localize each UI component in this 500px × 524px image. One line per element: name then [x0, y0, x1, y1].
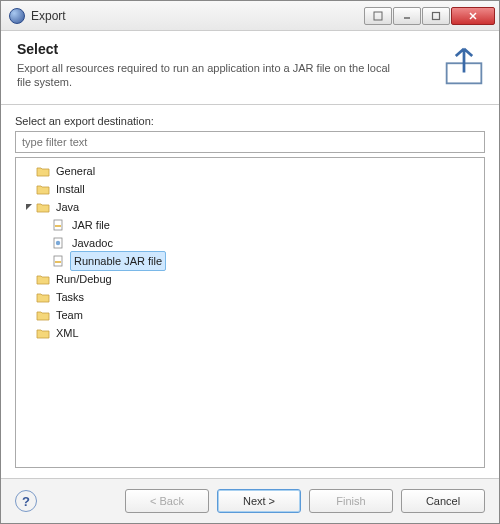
svg-rect-11: [55, 261, 61, 263]
back-button[interactable]: < Back: [125, 489, 209, 513]
tree-item[interactable]: Javadoc: [38, 234, 482, 252]
button-bar: ? < Back Next > Finish Cancel: [1, 478, 499, 523]
tree-item-label: Javadoc: [70, 234, 115, 252]
tree-item[interactable]: Runnable JAR file: [38, 252, 482, 270]
svg-rect-2: [433, 12, 440, 19]
maximize-button[interactable]: [422, 7, 450, 25]
jar-run-icon: [52, 255, 66, 267]
destination-tree[interactable]: GeneralInstallJavaJAR fileJavadocRunnabl…: [15, 157, 485, 468]
tree-item[interactable]: General: [22, 162, 482, 180]
wizard-header: Select Export all resources required to …: [1, 31, 499, 105]
folder-icon: [36, 291, 50, 303]
titlebar: Export: [1, 1, 499, 31]
export-icon: [443, 45, 485, 87]
cancel-button[interactable]: Cancel: [401, 489, 485, 513]
secondary-button[interactable]: [364, 7, 392, 25]
svg-rect-7: [55, 225, 61, 227]
tree-item[interactable]: Install: [22, 180, 482, 198]
minimize-button[interactable]: [393, 7, 421, 25]
jar-icon: [52, 219, 66, 231]
finish-button[interactable]: Finish: [309, 489, 393, 513]
tree-item-label: XML: [54, 324, 81, 342]
folder-icon: [36, 273, 50, 285]
tree-item-label: JAR file: [70, 216, 112, 234]
tree-item-label: Java: [54, 198, 81, 216]
next-button[interactable]: Next >: [217, 489, 301, 513]
tree-item[interactable]: Run/Debug: [22, 270, 482, 288]
chevron-down-icon[interactable]: [24, 202, 34, 212]
tree-item[interactable]: JAR file: [38, 216, 482, 234]
eclipse-icon: [9, 8, 25, 24]
tree-item-label: Runnable JAR file: [70, 251, 166, 271]
filter-input[interactable]: [15, 131, 485, 153]
destination-label: Select an export destination:: [15, 115, 485, 127]
help-button[interactable]: ?: [15, 490, 37, 512]
folder-icon: [36, 327, 50, 339]
tree-item-label: Run/Debug: [54, 270, 114, 288]
folder-icon: [36, 309, 50, 321]
folder-icon: [36, 165, 50, 177]
page-subtitle: Export all resources required to run an …: [17, 61, 397, 90]
javadoc-icon: [52, 237, 66, 249]
tree-item-label: Team: [54, 306, 85, 324]
tree-item-label: General: [54, 162, 97, 180]
tree-item[interactable]: Team: [22, 306, 482, 324]
folder-icon: [36, 183, 50, 195]
folder-open-icon: [36, 201, 50, 213]
tree-item-label: Tasks: [54, 288, 86, 306]
tree-item[interactable]: Java: [22, 198, 482, 216]
close-button[interactable]: [451, 7, 495, 25]
page-title: Select: [17, 41, 483, 57]
svg-rect-0: [374, 12, 382, 20]
tree-item[interactable]: Tasks: [22, 288, 482, 306]
window-title: Export: [31, 9, 363, 23]
tree-item[interactable]: XML: [22, 324, 482, 342]
tree-item-label: Install: [54, 180, 87, 198]
svg-point-9: [56, 240, 60, 244]
